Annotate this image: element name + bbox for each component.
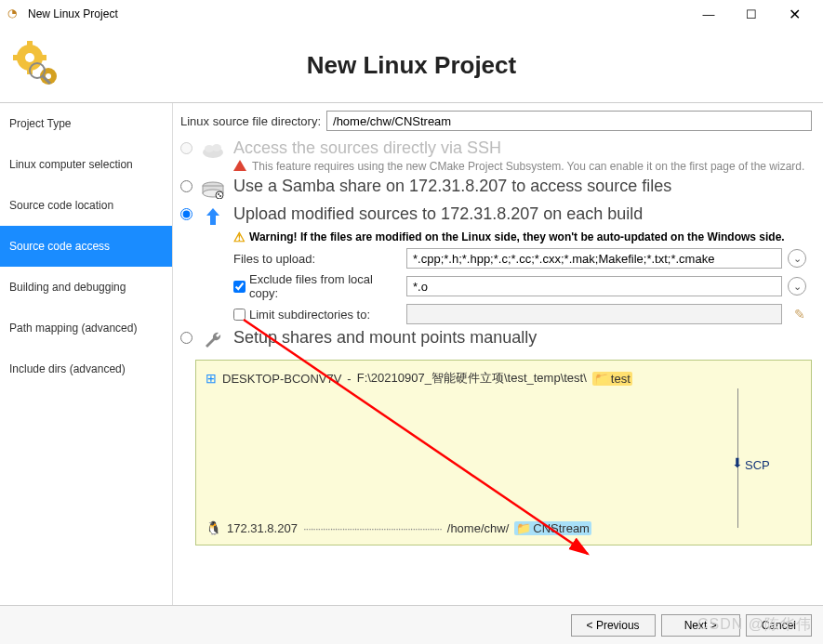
exclude-label: Exclude files from local copy: <box>249 272 401 300</box>
option-upload-radio[interactable] <box>180 208 192 220</box>
windows-folder: 📁test <box>592 372 632 386</box>
drive-icon <box>198 177 228 201</box>
option-samba[interactable]: Use a Samba share on 172.31.8.207 to acc… <box>180 177 823 201</box>
sidebar-item-source-access[interactable]: Source code access <box>0 226 172 267</box>
diagram-sep: - <box>347 372 351 386</box>
upload-warning: ⚠ Warning! If the files are modified on … <box>233 230 823 244</box>
limit-label: Limit subdirectories to: <box>249 308 370 322</box>
wrench-icon <box>198 328 228 352</box>
svg-point-5 <box>25 53 34 62</box>
sidebar-item-linux-computer[interactable]: Linux computer selection <box>0 144 172 185</box>
svg-rect-3 <box>27 41 33 46</box>
linux-folder: 📁CNStream <box>514 521 591 535</box>
titlebar: ◔ New Linux Project — ☐ ✕ <box>0 0 823 28</box>
linux-folder-name: CNStream <box>533 521 590 535</box>
sidebar-item-include-dirs[interactable]: Include dirs (advanced) <box>0 348 172 389</box>
windows-folder-name: test <box>611 372 631 386</box>
svg-point-12 <box>212 144 221 151</box>
sidebar-item-building[interactable]: Building and debugging <box>0 267 172 308</box>
option-upload[interactable]: Upload modified sources to 172.31.8.207 … <box>180 204 823 324</box>
option-ssh-sub: This feature requires using the new CMak… <box>233 160 823 173</box>
directory-input[interactable] <box>326 111 812 131</box>
minimize-button[interactable]: — <box>687 0 730 28</box>
upload-warning-text: Warning! If the files are modified on th… <box>249 230 785 243</box>
files-input[interactable] <box>406 248 782 269</box>
exclude-input[interactable] <box>406 276 782 296</box>
windows-host: DESKTOP-BCONV7V <box>222 372 341 386</box>
directory-label: Linux source file directory: <box>180 114 321 128</box>
sidebar-item-path-mapping[interactable]: Path mapping (advanced) <box>0 308 172 348</box>
close-button[interactable]: ✕ <box>773 0 816 28</box>
upload-config: Files to upload: ⌄ Exclude files from lo… <box>233 248 823 324</box>
upload-icon <box>198 204 228 229</box>
app-icon: ◔ <box>7 7 22 21</box>
diagram-windows-row: ⊞ DESKTOP-BCONV7V - F:\20210907_智能硬件立项\t… <box>206 370 802 387</box>
option-ssh[interactable]: Access the sources directly via SSH This… <box>180 138 823 173</box>
option-ssh-title: Access the sources directly via SSH <box>233 138 823 158</box>
diagram-dots: ········································… <box>303 521 442 535</box>
sidebar-item-project-type[interactable]: Project Type <box>0 103 172 144</box>
page-title: New Linux Project <box>172 51 823 80</box>
scp-label: SCP <box>745 458 770 472</box>
watermark: CSDN @陈华伟 <box>697 615 812 635</box>
option-manual-radio[interactable] <box>180 332 192 344</box>
svg-rect-1 <box>13 55 19 60</box>
option-samba-radio[interactable] <box>180 180 192 192</box>
scp-arrow-icon: ⬇ <box>732 455 743 470</box>
limit-checkbox[interactable] <box>233 309 246 321</box>
option-ssh-radio <box>180 142 192 154</box>
cloud-icon <box>198 138 228 163</box>
option-upload-title: Upload modified sources to 172.31.8.207 … <box>233 204 823 224</box>
sidebar-item-source-location[interactable]: Source code location <box>0 185 172 226</box>
linux-path: /home/chw/ <box>447 521 509 535</box>
option-samba-title: Use a Samba share on 172.31.8.207 to acc… <box>233 177 823 196</box>
option-manual-title: Setup shares and mount points manually <box>233 328 823 348</box>
main: Project Type Linux computer selection So… <box>0 103 823 605</box>
limit-edit-icon[interactable]: ✎ <box>788 307 812 322</box>
linux-icon: 🐧 <box>206 520 221 535</box>
limit-row: Limit subdirectories to: <box>233 308 401 322</box>
exclude-checkbox[interactable] <box>233 281 246 293</box>
directory-row: Linux source file directory: <box>180 111 823 131</box>
svg-point-17 <box>218 193 219 195</box>
diagram-linux-row: 🐧 172.31.8.207 ·························… <box>206 520 802 535</box>
sidebar: Project Type Linux computer selection So… <box>0 103 172 605</box>
svg-point-18 <box>219 195 221 197</box>
previous-button[interactable]: < Previous <box>571 614 656 637</box>
limit-input <box>406 304 782 324</box>
windows-path: F:\20210907_智能硬件立项\test_temp\test\ <box>357 370 587 387</box>
warning-icon: ⚠ <box>233 230 246 244</box>
maximize-button[interactable]: ☐ <box>730 0 773 28</box>
option-manual[interactable]: Setup shares and mount points manually <box>180 328 823 352</box>
exclude-dropdown[interactable]: ⌄ <box>788 277 806 296</box>
window-title: New Linux Project <box>28 7 687 20</box>
content: Linux source file directory: Access the … <box>172 103 823 605</box>
triangle-icon <box>233 160 246 171</box>
linux-host: 172.31.8.207 <box>227 521 298 535</box>
files-dropdown[interactable]: ⌄ <box>788 249 806 268</box>
exclude-row: Exclude files from local copy: <box>233 272 401 300</box>
transfer-diagram: ⊞ DESKTOP-BCONV7V - F:\20210907_智能硬件立项\t… <box>195 360 812 545</box>
svg-rect-2 <box>41 55 46 60</box>
windows-icon: ⊞ <box>206 371 217 386</box>
files-label: Files to upload: <box>233 252 401 266</box>
header: New Linux Project <box>0 28 823 102</box>
svg-point-16 <box>216 191 223 199</box>
wizard-icon <box>0 37 172 93</box>
option-ssh-sub-text: This feature requires using the new CMak… <box>252 160 804 173</box>
